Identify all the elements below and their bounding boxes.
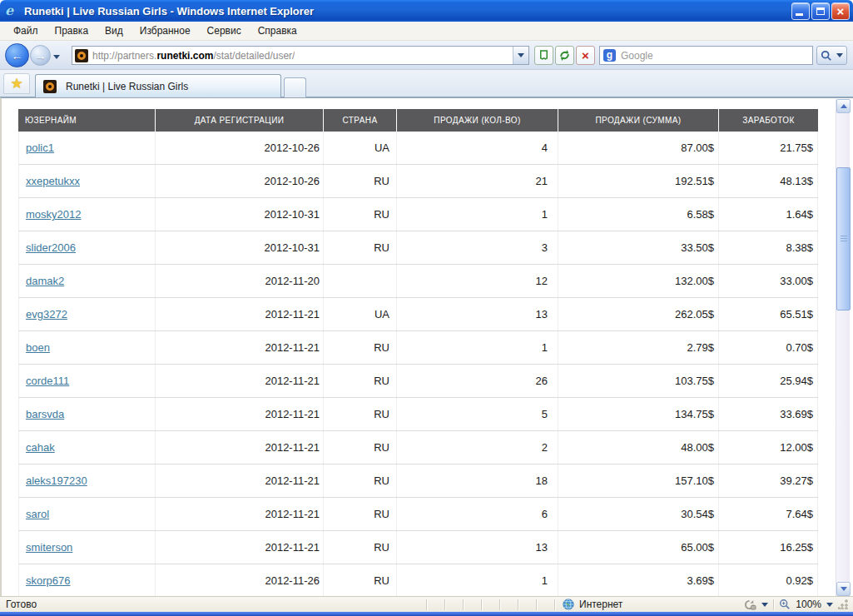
- table-row: mosky2012 2012-10-31 RU 1 6.58$ 1.64$: [18, 198, 818, 231]
- username-link[interactable]: skorp676: [26, 574, 70, 587]
- window-controls: ×: [791, 2, 850, 20]
- zone-label: Интернет: [579, 599, 622, 610]
- earnings-cell: 8.38$: [719, 231, 818, 264]
- menu-file[interactable]: Файл: [5, 22, 47, 39]
- forward-arrow-icon: →: [35, 50, 47, 62]
- minimize-button[interactable]: [791, 2, 810, 20]
- menu-bar: Файл Правка Вид Избранное Сервис Справка: [0, 22, 853, 41]
- maximize-button[interactable]: [811, 2, 830, 20]
- menu-tools[interactable]: Сервис: [199, 22, 250, 39]
- history-dropdown-icon[interactable]: [53, 55, 60, 59]
- earnings-cell: 33.69$: [719, 398, 818, 430]
- username-link[interactable]: damak2: [26, 275, 64, 287]
- stop-button[interactable]: ×: [576, 46, 595, 65]
- forward-button[interactable]: →: [30, 45, 51, 66]
- table-row: polic1 2012-10-26 UA 4 87.00$ 21.75$: [18, 132, 818, 165]
- back-button[interactable]: ←: [5, 43, 29, 67]
- sales-count-cell: 1: [397, 331, 558, 364]
- username-link[interactable]: corde111: [26, 375, 69, 387]
- reg-date-cell: 2012-11-21: [156, 531, 324, 564]
- scrollbar-thumb[interactable]: [836, 167, 851, 310]
- tab-title: Runetki | Live Russian Girls: [66, 81, 188, 92]
- username-link[interactable]: aleks197230: [26, 474, 87, 487]
- username-cell: skorp676: [18, 564, 156, 596]
- table-row: aleks197230 2012-11-21 RU 18 157.10$ 39.…: [18, 464, 818, 498]
- earnings-cell: 33.00$: [719, 265, 818, 297]
- tab-bar: ★ Runetki | Live Russian Girls: [0, 70, 853, 97]
- menu-edit[interactable]: Правка: [47, 22, 97, 39]
- earnings-cell: 25.94$: [719, 365, 818, 397]
- sales-count-cell: 6: [397, 498, 558, 530]
- address-dropdown-button[interactable]: [513, 47, 528, 64]
- username-cell: slider2006: [18, 231, 156, 264]
- earnings-cell: 65.51$: [719, 298, 818, 330]
- country-cell: [324, 265, 397, 297]
- search-go-button[interactable]: [816, 46, 847, 65]
- google-logo-icon: g: [603, 49, 616, 62]
- country-cell: RU: [324, 531, 397, 564]
- address-bar[interactable]: http://partners.runetki.com/stat/detaile…: [72, 46, 529, 65]
- favorites-button[interactable]: ★: [3, 73, 30, 94]
- table-header-row: ЮЗЕРНАЙМ ДАТА РЕГИСТРАЦИИ СТРАНА ПРОДАЖИ…: [18, 109, 818, 132]
- sales-count-cell: 5: [397, 398, 558, 430]
- table-row: boen 2012-11-21 RU 1 2.79$ 0.70$: [18, 331, 818, 365]
- table-row: corde111 2012-11-21 RU 26 103.75$ 25.94$: [18, 365, 818, 398]
- reg-date-cell: 2012-10-31: [156, 198, 324, 231]
- chevron-up-icon: [841, 104, 847, 108]
- zoom-dropdown-icon[interactable]: [826, 603, 833, 607]
- reg-date-cell: 2012-11-21: [156, 498, 324, 530]
- protected-mode-dropdown-icon[interactable]: [761, 603, 768, 607]
- resize-grip[interactable]: [838, 599, 848, 609]
- username-cell: sarol: [18, 498, 156, 530]
- username-link[interactable]: smiterson: [26, 541, 72, 554]
- table-row: damak2 2012-11-20 12 132.00$ 33.00$: [18, 265, 818, 298]
- sales-count-cell: 13: [397, 531, 558, 564]
- reg-date-cell: 2012-10-26: [156, 132, 324, 164]
- sales-sum-cell: 103.75$: [558, 365, 719, 397]
- country-cell: RU: [324, 498, 397, 530]
- country-cell: RU: [324, 365, 397, 397]
- username-link[interactable]: cahak: [26, 441, 55, 454]
- back-arrow-icon: ←: [12, 50, 23, 62]
- username-link[interactable]: polic1: [26, 142, 54, 154]
- search-box[interactable]: g Google: [599, 46, 813, 65]
- table-row: smiterson 2012-11-21 RU 13 65.00$ 16.25$: [18, 531, 818, 564]
- menu-favorites[interactable]: Избранное: [131, 22, 199, 39]
- reg-date-cell: 2012-11-21: [156, 331, 324, 364]
- username-cell: barsvda: [18, 398, 156, 430]
- table-row: cahak 2012-11-21 RU 2 48.00$ 12.00$: [18, 431, 818, 464]
- username-link[interactable]: evg3272: [26, 308, 67, 320]
- username-link[interactable]: barsvda: [26, 408, 64, 420]
- statusbar-separator: [773, 599, 774, 610]
- navigation-bar: ← → http://partners.runetki.com/stat/det…: [0, 41, 853, 70]
- zoom-level[interactable]: 100%: [796, 599, 821, 610]
- refresh-button[interactable]: [555, 46, 574, 65]
- username-link[interactable]: slider2006: [26, 241, 76, 254]
- tab-runetki[interactable]: Runetki | Live Russian Girls: [35, 74, 281, 97]
- username-link[interactable]: sarol: [26, 508, 49, 520]
- menu-view[interactable]: Вид: [97, 22, 131, 39]
- country-cell: RU: [324, 331, 397, 364]
- new-tab-button[interactable]: [284, 77, 306, 97]
- scroll-up-button[interactable]: [836, 99, 851, 113]
- vertical-scrollbar[interactable]: [836, 99, 850, 596]
- close-button[interactable]: ×: [831, 2, 850, 20]
- username-cell: corde111: [18, 365, 156, 397]
- menu-help[interactable]: Справка: [250, 22, 305, 39]
- reg-date-cell: 2012-11-21: [156, 365, 324, 397]
- sales-sum-cell: 262.05$: [558, 298, 719, 330]
- search-options-icon[interactable]: [836, 53, 843, 57]
- reg-date-cell: 2012-11-21: [156, 464, 324, 497]
- compatibility-view-button[interactable]: [534, 46, 553, 65]
- username-cell: smiterson: [18, 531, 156, 564]
- scroll-down-button[interactable]: [836, 582, 851, 596]
- reg-date-cell: 2012-11-21: [156, 298, 324, 330]
- header-earnings: ЗАРАБОТОК: [719, 109, 818, 132]
- sales-count-cell: 3: [397, 231, 558, 264]
- username-link[interactable]: mosky2012: [26, 208, 81, 221]
- sales-count-cell: 12: [397, 265, 558, 297]
- username-link[interactable]: boen: [26, 341, 50, 354]
- title-bar: e Runetki | Live Russian Girls - Windows…: [0, 0, 853, 22]
- sales-sum-cell: 65.00$: [558, 531, 719, 564]
- username-link[interactable]: xxepetukxx: [26, 175, 80, 187]
